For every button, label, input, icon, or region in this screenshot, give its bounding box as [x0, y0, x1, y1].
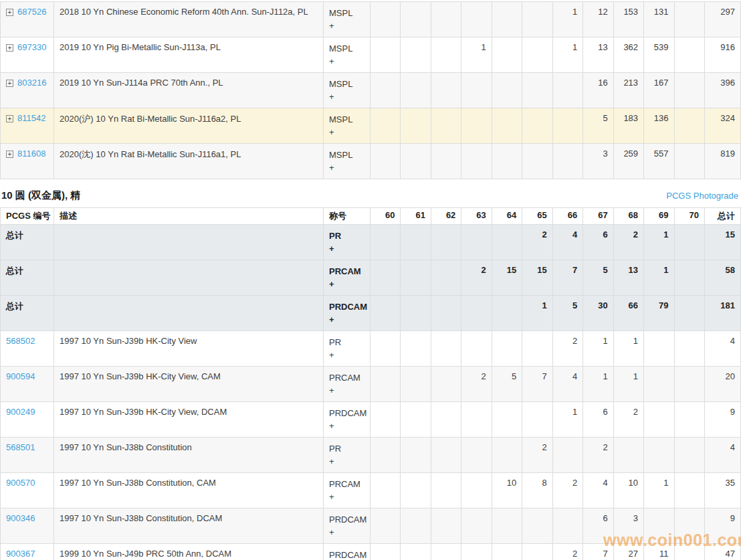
grade-cell: 557	[644, 144, 674, 179]
total-label: 总计	[6, 230, 23, 240]
total-cell: 47	[705, 544, 741, 560]
grade-cell	[644, 508, 674, 544]
total-cell: 20	[705, 367, 741, 402]
designation-cell: PRDCAM+	[324, 508, 370, 544]
designation-label: MSPL	[329, 7, 368, 19]
pcgs-number-link[interactable]: 803216	[17, 78, 46, 88]
photograde-link[interactable]: PCGS Photograde	[666, 190, 738, 202]
pcgs-number-link[interactable]: 687526	[17, 7, 46, 17]
total-row: 总计PRDCAM+15306679181	[1, 296, 741, 331]
grade-cell: 1	[583, 367, 613, 402]
pcgs-number-cell: +697330	[1, 37, 54, 73]
grade-cell: 131	[644, 2, 674, 37]
grade-cell: 167	[644, 73, 674, 108]
col-header-grade-60: 60	[370, 208, 401, 225]
grade-cell	[461, 296, 492, 331]
grade-cell: 1	[552, 37, 583, 73]
designation-label: MSPL	[329, 149, 368, 161]
col-header-grade-68: 68	[613, 208, 643, 225]
grade-cell	[461, 473, 492, 508]
grade-cell: 7	[522, 367, 552, 402]
expand-icon[interactable]: +	[6, 151, 13, 158]
description-cell: 2019 10 Yn Pig Bi-Metallic Sun-J113a, PL	[54, 37, 324, 73]
designation-cell: MSPL+	[324, 144, 370, 179]
pcgs-number-link[interactable]: 900249	[6, 407, 35, 417]
pcgs-number-link[interactable]: 900346	[6, 513, 35, 523]
grade-cell: 1	[613, 367, 643, 402]
pcgs-number-link[interactable]: 900594	[6, 371, 35, 381]
pcgs-number-cell: 总计	[1, 260, 54, 296]
pcgs-number-link[interactable]: 900570	[6, 478, 35, 488]
table-row: 9003461997 10 Yn Sun-J38b Constitution, …	[1, 508, 741, 544]
grade-cell	[431, 260, 461, 296]
grade-cell	[461, 73, 492, 108]
grade-cell: 16	[583, 73, 613, 108]
grade-cell	[522, 331, 552, 367]
expand-icon[interactable]: +	[6, 44, 13, 52]
grade-cell: 2	[583, 438, 613, 473]
total-cell: 9	[705, 402, 741, 438]
plus-suffix: +	[329, 419, 368, 432]
grade-cell	[461, 144, 492, 179]
description-cell: 2018 10 Yn Chinese Economic Reform 40th …	[54, 2, 324, 37]
pcgs-number-cell: 900594	[1, 367, 54, 402]
designation-cell: PR+	[324, 438, 370, 473]
plus-suffix: +	[329, 490, 368, 503]
population-report-page: +6875262018 10 Yn Chinese Economic Refor…	[0, 0, 741, 560]
grade-cell: 6	[583, 225, 613, 260]
designation-label: PRDCAM	[329, 549, 368, 560]
designation-cell: MSPL+	[324, 108, 370, 144]
expand-icon[interactable]: +	[6, 80, 13, 87]
grade-cell: 1	[644, 473, 674, 508]
grade-cell	[431, 225, 461, 260]
grade-cell	[370, 144, 401, 179]
expand-icon[interactable]: +	[6, 115, 13, 122]
grade-cell	[431, 144, 461, 179]
proof-population-table: PCGS 编号描述称号6061626364656667686970总计 总计PR…	[0, 207, 741, 560]
grade-cell: 4	[552, 225, 583, 260]
expand-icon[interactable]: +	[6, 9, 13, 16]
grade-cell	[674, 144, 704, 179]
pcgs-number-link[interactable]: 811542	[17, 113, 45, 123]
designation-cell: PRCAM+	[324, 367, 370, 402]
grade-cell	[370, 331, 401, 367]
total-cell: 35	[705, 473, 741, 508]
grade-cell: 27	[613, 544, 643, 560]
total-cell: 297	[705, 2, 741, 37]
grade-cell	[370, 225, 401, 260]
total-cell: 9	[705, 508, 741, 544]
grade-cell	[461, 225, 492, 260]
plus-suffix: +	[329, 19, 368, 32]
total-cell: 4	[705, 438, 741, 473]
grade-cell	[674, 544, 704, 560]
grade-cell	[492, 331, 522, 367]
grade-cell	[401, 73, 431, 108]
grade-cell: 2	[552, 331, 583, 367]
grade-cell	[644, 367, 674, 402]
grade-cell	[492, 144, 522, 179]
total-cell: 324	[705, 108, 741, 144]
pcgs-number-link[interactable]: 811608	[17, 149, 45, 159]
grade-cell	[552, 144, 583, 179]
total-cell: 58	[705, 260, 741, 296]
pcgs-number-link[interactable]: 568502	[6, 336, 35, 346]
grade-cell	[552, 73, 583, 108]
grade-cell	[674, 108, 704, 144]
pcgs-number-link[interactable]: 900367	[6, 549, 35, 559]
pcgs-number-link[interactable]: 568501	[6, 442, 35, 452]
section-title: 10 圆 (双金属), 精	[1, 189, 80, 202]
grade-cell	[674, 508, 704, 544]
grade-cell	[492, 37, 522, 73]
grade-cell: 1	[613, 331, 643, 367]
grade-cell: 362	[613, 37, 643, 73]
total-cell: 396	[705, 73, 741, 108]
grade-cell: 15	[522, 260, 552, 296]
col-header-description: 描述	[54, 208, 324, 225]
plus-suffix: +	[329, 526, 368, 539]
grade-cell: 3	[583, 144, 613, 179]
pcgs-number-link[interactable]: 697330	[17, 42, 46, 52]
grade-cell	[674, 296, 704, 331]
designation-cell: PRCAM+	[324, 260, 370, 296]
grade-cell	[522, 144, 552, 179]
designation-label: PRCAM	[329, 478, 368, 490]
